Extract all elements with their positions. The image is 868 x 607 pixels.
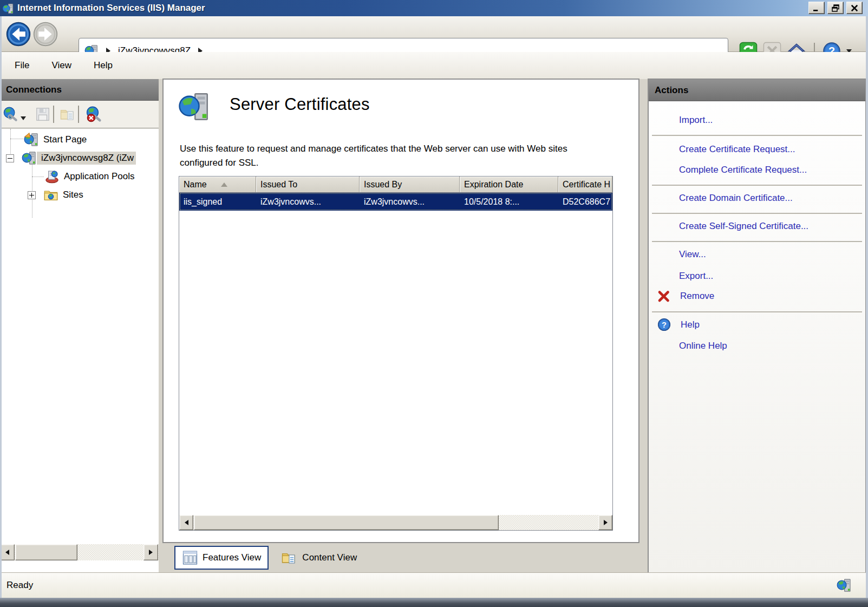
actions-separator: [652, 241, 862, 242]
menu-file[interactable]: File: [7, 57, 37, 74]
app-icon: [2, 3, 14, 15]
action-remove[interactable]: Remove: [670, 290, 714, 302]
view-tabs: Features View Content View: [162, 543, 639, 572]
certificates-list: Name Issued To Issued By Expiration Date…: [179, 176, 613, 531]
connections-panel: Connections Start Page iZw3jvncowvsg8: [0, 79, 159, 572]
scroll-left-button[interactable]: [179, 515, 193, 530]
action-remove-row: Remove: [649, 290, 865, 303]
scroll-right-button[interactable]: [598, 515, 612, 530]
connections-header-label: Connections: [6, 84, 62, 95]
action-export[interactable]: Export...: [649, 270, 865, 282]
scrollbar-thumb[interactable]: [15, 544, 77, 560]
tree-item-label: Start Page: [43, 134, 87, 145]
column-label: Issued By: [364, 180, 402, 190]
delete-connection-icon[interactable]: [84, 106, 103, 123]
scroll-left-button[interactable]: [0, 544, 15, 560]
action-create-self-signed-certificate[interactable]: Create Self-Signed Certificate...: [649, 220, 865, 232]
column-header-issued-by[interactable]: Issued By: [360, 177, 460, 193]
collapse-icon[interactable]: [6, 154, 14, 162]
list-hscrollbar[interactable]: [179, 515, 612, 530]
title-bar: Internet Information Services (IIS) Mana…: [0, 0, 868, 16]
tab-content-view[interactable]: Content View: [274, 546, 363, 570]
expand-icon[interactable]: [28, 191, 36, 199]
iis-status-icon: [837, 578, 852, 593]
tree-item-start-page[interactable]: Start Page: [24, 131, 87, 148]
connections-tree: Start Page iZw3jvncowvsg8Z (iZw Applicat…: [0, 129, 159, 544]
tree-item-server[interactable]: iZw3jvncowvsg8Z (iZw: [6, 149, 136, 167]
action-complete-certificate-request[interactable]: Complete Certificate Request...: [649, 164, 865, 176]
column-label: Certificate H: [563, 180, 610, 190]
action-import[interactable]: Import...: [649, 114, 865, 126]
navigation-toolbar: iZw3jvncowvsg8Z: [0, 16, 868, 52]
menu-view[interactable]: View: [44, 57, 79, 74]
window-right-edge: [866, 16, 868, 598]
create-connection-icon[interactable]: [2, 106, 18, 122]
actions-header-label: Actions: [655, 85, 688, 96]
feature-panel: Server Certificates Use this feature to …: [162, 79, 639, 543]
scrollbar-thumb[interactable]: [194, 515, 499, 530]
features-view-icon: [182, 550, 198, 566]
back-button[interactable]: [5, 21, 31, 47]
status-bar: Ready: [0, 572, 868, 598]
minimize-button[interactable]: [808, 2, 825, 14]
actions-separator: [652, 311, 862, 312]
tab-label: Content View: [302, 552, 357, 563]
cell-issued-by: iZw3jvncowvs...: [360, 193, 460, 211]
menu-bar: File View Help: [0, 52, 868, 79]
tree-item-label: Application Pools: [64, 171, 134, 182]
column-header-name[interactable]: Name: [179, 177, 256, 193]
column-label: Expiration Date: [464, 180, 523, 190]
column-header-expiration-date[interactable]: Expiration Date: [460, 177, 558, 193]
actions-header: Actions: [649, 80, 865, 101]
tab-features-view[interactable]: Features View: [174, 546, 269, 570]
forward-button[interactable]: [32, 21, 58, 47]
feature-title: Server Certificates: [230, 95, 370, 114]
action-create-certificate-request[interactable]: Create Certificate Request...: [649, 143, 865, 155]
cell-issued-to: iZw3jvncowvs...: [256, 193, 360, 211]
tree-item-label: iZw3jvncowvsg8Z (iZw: [37, 152, 136, 165]
content-view-icon: [280, 550, 298, 566]
column-label: Issued To: [260, 180, 297, 190]
up-disabled-icon: [60, 106, 76, 122]
action-create-domain-certificate[interactable]: Create Domain Certificate...: [649, 192, 865, 204]
window-left-edge: [0, 16, 2, 598]
maximize-button[interactable]: [827, 2, 844, 14]
tree-item-sites[interactable]: Sites: [28, 186, 83, 204]
window-controls: [808, 2, 863, 14]
list-header: Name Issued To Issued By Expiration Date…: [179, 177, 612, 193]
toolbar-separator: [78, 106, 79, 123]
cell-certificate-hash: D52C686C7: [558, 193, 612, 211]
toolbar-separator: [53, 106, 54, 123]
connections-header: Connections: [0, 79, 159, 101]
server-icon: [22, 151, 37, 166]
window-bottom-edge: [0, 598, 868, 607]
actions-list: Import... Create Certificate Request... …: [649, 101, 865, 352]
sites-folder-icon: [43, 187, 58, 203]
iis-manager-window: Internet Information Services (IIS) Mana…: [0, 0, 868, 607]
certificate-row-selected[interactable]: iis_signed iZw3jvncowvs... iZw3jvncowvs.…: [179, 193, 612, 211]
window-title: Internet Information Services (IIS) Mana…: [17, 3, 205, 14]
action-help-row: Help: [649, 318, 865, 331]
column-header-issued-to[interactable]: Issued To: [256, 177, 360, 193]
cell-expiration-date: 10/5/2018 8:...: [460, 193, 558, 211]
actions-separator: [652, 135, 862, 136]
tree-item-application-pools[interactable]: Application Pools: [44, 168, 134, 185]
connections-hscrollbar[interactable]: [0, 544, 159, 560]
connection-dropdown-icon[interactable]: [21, 116, 26, 120]
action-view[interactable]: View...: [649, 249, 865, 260]
action-help[interactable]: Help: [671, 319, 700, 331]
actions-panel: Actions Import... Create Certificate Req…: [648, 79, 866, 574]
close-button[interactable]: [846, 2, 863, 14]
scroll-right-button[interactable]: [143, 544, 158, 560]
tree-line: [10, 139, 23, 139]
feature-description: Use this feature to request and manage c…: [180, 142, 608, 169]
column-header-certificate-hash[interactable]: Certificate H: [558, 177, 612, 193]
minimize-icon: [812, 3, 821, 13]
menu-help[interactable]: Help: [86, 57, 120, 74]
action-online-help[interactable]: Online Help: [649, 340, 865, 352]
save-connections-icon: [35, 106, 51, 122]
cell-name: iis_signed: [179, 193, 256, 211]
sort-ascending-icon: [221, 182, 227, 187]
tree-line: [32, 177, 44, 177]
actions-separator: [652, 185, 862, 186]
